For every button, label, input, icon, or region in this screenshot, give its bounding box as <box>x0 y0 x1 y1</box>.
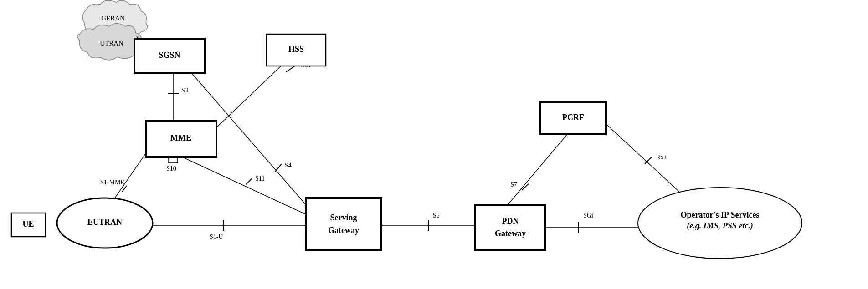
rx-label: Rx+ <box>656 154 667 161</box>
s11-label: S11 <box>255 175 265 182</box>
sgsn-label: SGSN <box>159 51 180 60</box>
eutran-label: EUTRAN <box>87 218 122 227</box>
s7-label: S7 <box>510 181 517 188</box>
pcrf-label: PCRF <box>562 113 584 122</box>
s1-u-label: S1-U <box>210 233 223 240</box>
ue-label: UE <box>22 219 34 228</box>
pdn-gw-label2: Gateway <box>495 229 526 238</box>
pcrf-operator-line <box>601 120 683 196</box>
pdn-gw-box <box>475 205 545 250</box>
pdn-gw-label1: PDN <box>502 217 519 226</box>
s1-mme-label: S1-MME <box>100 179 124 186</box>
serving-gw-label2: Gateway <box>328 226 359 235</box>
s4-tick <box>275 164 282 172</box>
network-diagram: GERAN UTRAN S3 S4 S6a "LTE-Uu" <box>0 0 868 289</box>
sgi-label: SGi <box>583 212 593 219</box>
utran-cloud: UTRAN <box>77 24 142 60</box>
hss-label: HSS <box>288 45 304 54</box>
operator-ip-label1: Operator's IP Services <box>681 210 760 219</box>
s4-label: S4 <box>285 162 292 169</box>
operator-ip-label2: (e.g. IMS, PSS etc.) <box>687 221 753 231</box>
pdngw-pcrf-s7-line <box>506 134 567 207</box>
s10-label: S10 <box>166 165 176 172</box>
serving-gw-label1: Serving <box>330 213 357 222</box>
s11-tick <box>246 178 252 184</box>
mme-label: MME <box>170 133 191 142</box>
geran-label: GERAN <box>101 15 125 22</box>
s5-label: S5 <box>433 212 440 219</box>
utran-label: UTRAN <box>100 40 123 47</box>
s3-label: S3 <box>181 87 188 94</box>
serving-gw-box <box>306 198 381 250</box>
s6a-tick <box>286 66 295 72</box>
